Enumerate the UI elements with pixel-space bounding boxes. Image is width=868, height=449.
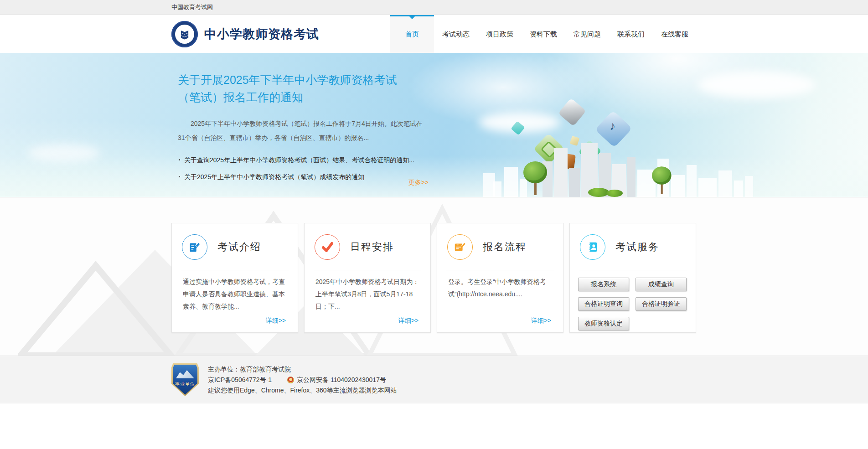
main-nav: 首页 考试动态 项目政策 资料下载 常见问题 联系我们 在线客服 [390,15,697,53]
nav-online-service[interactable]: 在线客服 [653,15,697,53]
divider [446,270,554,270]
more-link[interactable]: 更多>> [395,179,429,187]
detail-link[interactable]: 详细>> [266,317,286,325]
nav-project-policy[interactable]: 项目政策 [478,15,522,53]
certificate-verify-button[interactable]: 合格证明验证 [636,297,687,311]
divider [314,270,421,270]
browser-tip: 建议您使用Edge、Chrome、Firefox、360等主流浏览器浏览本网站 [208,385,397,396]
card-title: 报名流程 [483,240,527,254]
registration-system-button[interactable]: 报名系统 [578,278,629,291]
security-record-link[interactable]: 京公网安备 11040202430017号 [297,375,386,385]
public-institution-badge-icon: 事业单位 [171,363,199,396]
card-title: 日程安排 [350,240,394,254]
card-exam-intro: 考试介绍 通过实施中小学教师资格考试，考查申请人是否具备教师职业道德、基本素养、… [171,223,298,333]
nav-contact[interactable]: 联系我们 [609,15,653,53]
card-title: 考试服务 [615,240,659,254]
badge-label: 事业单位 [173,381,197,387]
score-query-button[interactable]: 成绩查询 [636,278,687,291]
service-buttons: 报名系统 成绩查询 合格证明查询 合格证明验证 教师资格认定 [578,278,696,330]
nav-exam-news[interactable]: 考试动态 [434,15,478,53]
book-icon [179,28,191,40]
site-footer: 事业单位 主办单位：教育部教育考试院 京ICP备05064772号-1 京公网安… [0,356,868,403]
topbar: 中国教育考试网 [0,0,868,15]
quick-panels-section: 考试介绍 通过实施中小学教师资格考试，考查申请人是否具备教师职业道德、基本素养、… [0,197,868,356]
news-link[interactable]: 关于查询2025年上半年中小学教师资格考试（面试）结果、考试合格证明的通知... [184,156,414,164]
site-title: 中小学教师资格考试 [204,26,319,42]
registration-form-icon [447,234,473,260]
exam-intro-icon [182,234,207,260]
schedule-check-icon [315,234,340,260]
nav-faq[interactable]: 常见问题 [565,15,609,53]
parent-site-link[interactable]: 中国教育考试网 [171,0,213,15]
nav-downloads[interactable]: 资料下载 [522,15,565,53]
organizer-line: 主办单位：教育部教育考试院 [208,364,397,375]
hero-banner: 关于开展2025年下半年中小学教师资格考试（笔试）报名工作的通知 2025年下半… [0,53,868,197]
card-body: 通过实施中小学教师资格考试，考查申请人是否具备教师职业道德、基本素养、教育教学能… [183,276,287,313]
detail-link[interactable]: 详细>> [398,317,418,325]
divider [181,270,289,270]
site-emblem-icon [171,21,198,47]
card-exam-services: 考试服务 报名系统 成绩查询 合格证明查询 合格证明验证 教师资格认定 [569,223,696,333]
card-schedule: 日程安排 2025年中小学教师资格考试日期为：上半年笔试3月8日，面试5月17-… [304,223,431,333]
service-book-icon [580,234,605,260]
police-badge-icon [287,377,294,383]
site-header: 中小学教师资格考试 首页 考试动态 项目政策 资料下载 常见问题 联系我们 在线… [0,15,868,53]
divider [579,270,687,270]
news-item: 关于查询2025年上半年中小学教师资格考试（面试）结果、考试合格证明的通知... [178,151,433,168]
nav-home[interactable]: 首页 [390,15,434,53]
site-logo[interactable]: 中小学教师资格考试 [171,15,319,53]
notice-headline-link[interactable]: 关于开展2025年下半年中小学教师资格考试（笔试）报名工作的通知 [178,71,419,106]
news-link[interactable]: 关于2025年上半年中小学教师资格考试（笔试）成绩发布的通知 [184,173,364,181]
card-registration-flow: 报名流程 登录。考生登录“中小学教师资格考试”(http://ntce.neea… [437,223,563,333]
notice-summary: 2025年下半年中小学教师资格考试（笔试）报名工作将于7月4日开始。此次笔试在3… [178,117,428,145]
card-body: 登录。考生登录“中小学教师资格考试”(http://ntce.neea.edu.… [448,276,552,300]
detail-link[interactable]: 详细>> [531,317,551,325]
card-title: 考试介绍 [217,240,261,254]
icp-link[interactable]: 京ICP备05064772号-1 [208,375,272,385]
teacher-certification-button[interactable]: 教师资格认定 [578,317,629,330]
card-body: 2025年中小学教师资格考试日期为：上半年笔试3月8日，面试5月17-18日；下… [315,276,419,313]
certificate-query-button[interactable]: 合格证明查询 [578,297,629,311]
